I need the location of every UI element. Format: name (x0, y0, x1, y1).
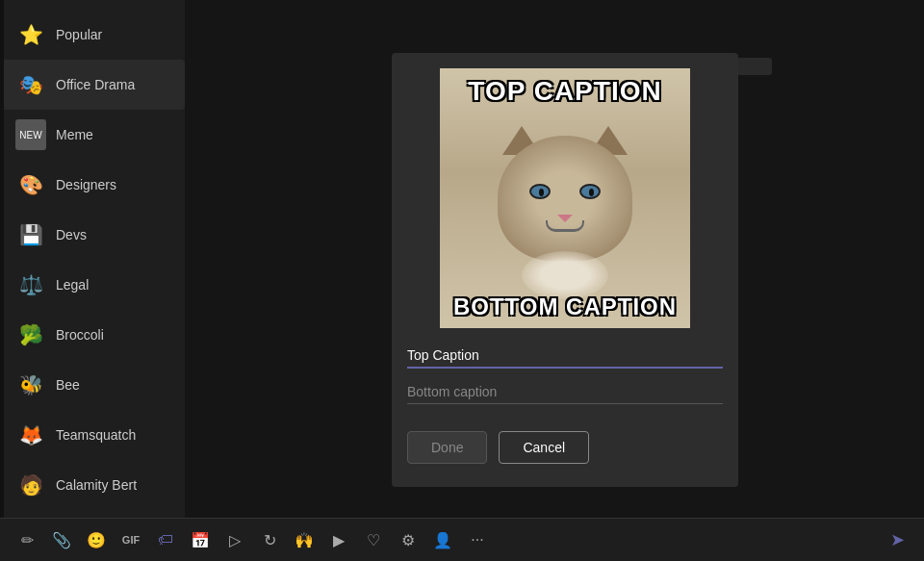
sidebar-item-designers[interactable]: 🎨 Designers (0, 160, 185, 210)
sidebar-item-bee[interactable]: 🐝 Bee (0, 360, 185, 410)
office-drama-icon: 🎭 (15, 69, 46, 100)
legal-icon: ⚖️ (15, 269, 46, 300)
button-row: Done Cancel (392, 416, 738, 464)
cat-eyes (469, 184, 661, 199)
more-icon[interactable]: ··· (462, 524, 493, 555)
format-icon[interactable]: ✏ (12, 524, 42, 555)
broccoli-icon: 🥦 (15, 319, 46, 350)
attach-icon[interactable]: 📎 (46, 524, 77, 555)
done-button[interactable]: Done (407, 431, 487, 464)
sidebar-item-meme[interactable]: NEW Meme (0, 110, 185, 160)
calamity-bert-icon: 🧑 (15, 470, 46, 500)
cat-body (469, 107, 661, 299)
sidebar-item-devs[interactable]: 💾 Devs (0, 210, 185, 260)
cat-eye-right (579, 184, 601, 199)
teamsquatch-icon: 🦊 (15, 420, 46, 450)
sidebar-item-office-drama[interactable]: 🎭 Office Drama (0, 60, 185, 110)
sidebar-label-calamity-bert: Calamity Bert (56, 477, 137, 493)
meme-image: TOP CAPTION (440, 68, 690, 328)
sidebar-item-calamity-bert[interactable]: 🧑 Calamity Bert (0, 460, 185, 510)
sidebar-item-broccoli[interactable]: 🥦 Broccoli (0, 310, 185, 360)
sidebar-label-meme: Meme (56, 127, 93, 142)
devs-icon: 💾 (15, 219, 46, 250)
send-button[interactable]: ➤ (882, 524, 912, 555)
heart-icon[interactable]: ♡ (358, 524, 389, 555)
bottom-caption-input[interactable] (407, 380, 723, 403)
emoji-icon[interactable]: 🙂 (81, 524, 112, 555)
top-caption-wrapper (407, 344, 723, 369)
popular-icon: ⭐ (15, 19, 46, 50)
sidebar-label-office-drama: Office Drama (56, 77, 135, 92)
sidebar: ⭐ Popular 🎭 Office Drama NEW Meme 🎨 Desi… (0, 0, 185, 524)
sidebar-label-popular: Popular (56, 27, 102, 42)
video-icon[interactable]: ▶ (323, 524, 354, 555)
sidebar-label-designers: Designers (56, 177, 116, 192)
meme-bottom-text: BOTTOM CAPTION (440, 293, 690, 320)
meme-modal: TOP CAPTION (392, 53, 738, 487)
sidebar-item-legal[interactable]: ⚖️ Legal (0, 260, 185, 310)
sidebar-item-teamsquatch[interactable]: 🦊 Teamsquatch (0, 410, 185, 460)
left-nav-strip (0, 0, 4, 524)
gif-icon[interactable]: GIF (116, 524, 146, 555)
meme-image-container: TOP CAPTION (392, 53, 738, 328)
cat-eye-left (529, 184, 551, 199)
praise-icon[interactable]: 🙌 (289, 524, 320, 555)
meme-icon: NEW (15, 119, 46, 150)
loop-icon[interactable]: ↻ (254, 524, 285, 555)
cat-face: TOP CAPTION (440, 68, 690, 328)
sidebar-label-teamsquatch: Teamsquatch (56, 427, 136, 443)
main-area: 😎 🙂 v conversation ge below. TOP CAPTION (185, 0, 924, 518)
cancel-button[interactable]: Cancel (499, 431, 589, 464)
sidebar-label-bee: Bee (56, 377, 80, 393)
apps-icon[interactable]: ⚙ (393, 524, 424, 555)
designers-icon: 🎨 (15, 169, 46, 200)
caption-section (392, 328, 738, 404)
people-icon[interactable]: 👤 (427, 524, 458, 555)
sticker-icon[interactable]: 🏷 (150, 524, 181, 555)
bottom-toolbar: ✏ 📎 🙂 GIF 🏷 📅 ▷ ↻ 🙌 ▶ ♡ ⚙ 👤 ··· ➤ (0, 518, 924, 561)
top-caption-input[interactable] (407, 344, 723, 367)
sidebar-label-broccoli: Broccoli (56, 327, 104, 343)
cat-chest (522, 251, 608, 299)
sidebar-label-devs: Devs (56, 227, 87, 242)
meme-top-text: TOP CAPTION (440, 76, 690, 107)
modal-overlay[interactable]: TOP CAPTION (185, 0, 924, 518)
bottom-caption-wrapper (407, 380, 723, 404)
forward-icon[interactable]: ▷ (219, 524, 250, 555)
cat-mouth (546, 220, 584, 232)
schedule-icon[interactable]: 📅 (185, 524, 216, 555)
sidebar-item-popular[interactable]: ⭐ Popular (0, 10, 185, 60)
sidebar-label-legal: Legal (56, 277, 89, 293)
bee-icon: 🐝 (15, 370, 46, 400)
